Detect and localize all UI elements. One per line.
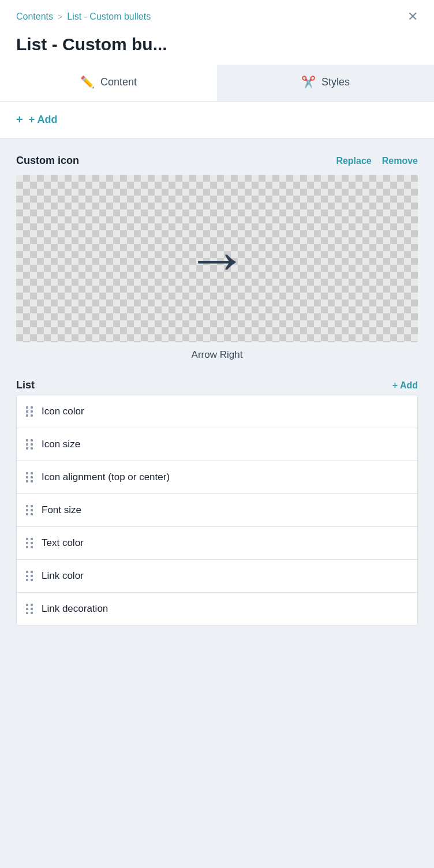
replace-button[interactable]: Replace bbox=[336, 156, 371, 166]
list-item-label: Font size bbox=[42, 504, 81, 516]
add-section: + + Add bbox=[0, 102, 434, 139]
list-item-label: Icon size bbox=[42, 439, 80, 450]
breadcrumb-current: List - Custom bullets bbox=[67, 12, 151, 22]
drag-handle bbox=[26, 406, 33, 417]
custom-icon-title: Custom icon bbox=[16, 155, 79, 167]
list-item-label: Link color bbox=[42, 570, 84, 582]
list-section: List + Add Icon color bbox=[16, 379, 418, 626]
drag-handle bbox=[26, 604, 33, 614]
tab-styles[interactable]: ✂️ Styles bbox=[217, 65, 434, 101]
panel: Contents > List - Custom bullets ✕ List … bbox=[0, 0, 434, 868]
icon-preview: → bbox=[16, 175, 418, 342]
arrow-right-icon: → bbox=[185, 227, 249, 290]
list-item-label: Link decoration bbox=[42, 603, 108, 615]
list-item[interactable]: Icon size bbox=[17, 428, 417, 461]
breadcrumb-root[interactable]: Contents bbox=[16, 12, 53, 22]
breadcrumb-bar: Contents > List - Custom bullets ✕ bbox=[0, 0, 434, 31]
tab-content[interactable]: ✏️ Content bbox=[0, 65, 217, 101]
breadcrumb-separator: > bbox=[58, 12, 62, 21]
tab-content-label: Content bbox=[100, 76, 137, 88]
drag-handle bbox=[26, 472, 33, 482]
list-item-label: Text color bbox=[42, 537, 84, 549]
list-title: List bbox=[16, 379, 35, 391]
page-title: List - Custom bu... bbox=[0, 31, 434, 65]
custom-icon-actions: Replace Remove bbox=[336, 156, 418, 166]
add-label: + Add bbox=[28, 114, 58, 126]
close-button[interactable]: ✕ bbox=[407, 10, 418, 23]
tabs-bar: ✏️ Content ✂️ Styles bbox=[0, 65, 434, 102]
drag-handle bbox=[26, 439, 33, 450]
styles-icon: ✂️ bbox=[301, 75, 316, 89]
drag-handle bbox=[26, 538, 33, 548]
content-icon: ✏️ bbox=[80, 75, 95, 89]
list-item[interactable]: Text color bbox=[17, 527, 417, 560]
content-area: Custom icon Replace Remove → Arrow Right… bbox=[0, 139, 434, 868]
list-item[interactable]: Icon color bbox=[17, 395, 417, 428]
tab-styles-label: Styles bbox=[321, 76, 350, 88]
drag-handle bbox=[26, 571, 33, 581]
breadcrumb: Contents > List - Custom bullets bbox=[16, 12, 151, 22]
list-table: Icon color Icon size bbox=[16, 395, 418, 626]
icon-name-label: Arrow Right bbox=[16, 349, 418, 361]
drag-handle bbox=[26, 505, 33, 515]
remove-button[interactable]: Remove bbox=[382, 156, 418, 166]
list-item[interactable]: Icon alignment (top or center) bbox=[17, 461, 417, 494]
list-item[interactable]: Font size bbox=[17, 494, 417, 527]
list-header: List + Add bbox=[16, 379, 418, 391]
add-plus-icon: + bbox=[16, 113, 23, 126]
add-button[interactable]: + + Add bbox=[16, 113, 58, 126]
list-add-button[interactable]: + Add bbox=[392, 380, 418, 391]
list-item-label: Icon alignment (top or center) bbox=[42, 472, 170, 483]
custom-icon-header: Custom icon Replace Remove bbox=[16, 155, 418, 167]
list-item-label: Icon color bbox=[42, 406, 84, 417]
list-item[interactable]: Link decoration bbox=[17, 593, 417, 625]
list-item[interactable]: Link color bbox=[17, 560, 417, 593]
